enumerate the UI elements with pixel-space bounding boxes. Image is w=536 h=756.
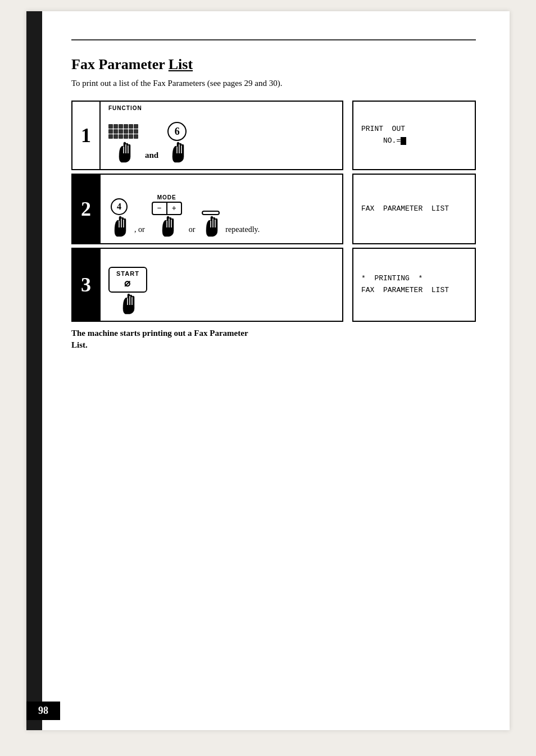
button-6: 6 <box>167 122 187 141</box>
step-1-number: 1 <box>71 101 101 170</box>
display-3-line2: FAX PARAMETER LIST <box>361 285 467 297</box>
step-2-number: 2 <box>71 174 101 244</box>
hand-icon-5 <box>201 215 221 239</box>
hand-icon-1 <box>113 141 134 165</box>
page-number: 98 <box>26 702 60 720</box>
step-2-body: 4 , or MODE − + <box>101 174 343 244</box>
mode-buttons: − + <box>152 202 182 215</box>
alt-button <box>203 212 219 214</box>
step-1-body: FUNCTION <box>101 101 343 170</box>
step-1-row: 1 FUNCTION <box>71 101 476 170</box>
top-rule <box>71 39 476 40</box>
hand-icon-3 <box>109 215 129 239</box>
button-4: 4 <box>111 198 128 215</box>
cursor <box>401 137 406 145</box>
or-text-2: or <box>188 225 197 239</box>
step-3-body: START ⌀ <box>101 248 343 322</box>
display-2: FAX PARAMETER LIST <box>352 174 476 244</box>
mode-buttons-2 <box>202 211 220 215</box>
display-1: PRINT OUT NO.= <box>352 101 476 170</box>
keyboard-icon <box>108 124 138 139</box>
start-bell-icon: ⌀ <box>124 277 131 289</box>
plus-button: + <box>167 203 181 214</box>
or-text-1: , or <box>133 225 146 239</box>
step-3-row: 3 START ⌀ <box>71 248 476 322</box>
repeatedly-text: repeatedly. <box>225 225 260 239</box>
binding-strip <box>26 11 42 730</box>
step-1-content: and 6 <box>108 106 334 165</box>
function-label: FUNCTION <box>108 105 142 111</box>
minus-button: − <box>153 203 167 214</box>
mode-label: MODE <box>157 194 176 201</box>
hand-icon-2 <box>167 141 187 165</box>
page-title: Fax Parameter List <box>71 56 476 73</box>
step-2-row: 2 4 , or MODE <box>71 174 476 244</box>
subtitle: To print out a list of the Fax Parameter… <box>71 79 476 88</box>
start-label: START <box>116 270 139 277</box>
start-button: START ⌀ <box>108 267 147 293</box>
page: Fax Parameter List To print out a list o… <box>26 11 510 730</box>
footer-description: The machine starts printing out a Fax Pa… <box>71 327 262 351</box>
and-text: and <box>143 151 161 165</box>
step-3-content: START ⌀ <box>108 253 334 316</box>
display-1-line1: PRINT OUT <box>361 124 467 135</box>
display-1-line2: NO.= <box>361 135 467 147</box>
step-3-number: 3 <box>71 248 101 322</box>
hand-icon-6 <box>117 293 138 316</box>
display-2-line1: FAX PARAMETER LIST <box>361 203 467 215</box>
hand-icon-4 <box>157 215 177 239</box>
display-3-line1: * PRINTING * <box>361 273 467 285</box>
display-3: * PRINTING * FAX PARAMETER LIST <box>352 248 476 322</box>
step-2-content: 4 , or MODE − + <box>108 179 334 239</box>
